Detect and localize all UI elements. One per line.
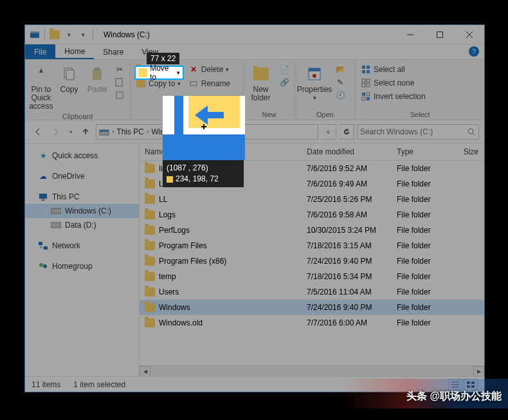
tree-drive-d[interactable]: Data (D:) xyxy=(25,218,139,232)
chevron-right-icon[interactable]: › xyxy=(111,128,115,135)
tab-home[interactable]: Home xyxy=(55,44,94,59)
table-row[interactable]: Logs7/6/2016 9:58 AMFile folder xyxy=(140,207,484,223)
file-name: Windows xyxy=(159,303,190,312)
search-input[interactable] xyxy=(360,127,467,136)
easy-access-button[interactable]: 🔗 xyxy=(278,77,291,88)
pin-quick-access-button[interactable]: Pin to Quick access xyxy=(29,64,53,111)
select-all-icon xyxy=(361,64,371,75)
file-type: File folder xyxy=(392,286,456,298)
close-button[interactable] xyxy=(455,25,484,44)
tree-network[interactable]: Network xyxy=(25,239,139,253)
address-bar: ▾ › This PC› Windows (C:)› v xyxy=(25,120,484,143)
open-button[interactable]: 📂 xyxy=(334,64,347,75)
move-to-highlight[interactable]: Move to ▾ xyxy=(134,66,184,80)
table-row[interactable]: LL7/25/2016 5:26 PMFile folder xyxy=(140,192,484,207)
pin-icon xyxy=(31,64,51,84)
search-box[interactable] xyxy=(357,124,479,140)
paste-icon xyxy=(87,64,107,84)
select-all-button[interactable]: Select all xyxy=(359,64,427,75)
table-row[interactable]: temp7/18/2016 5:34 PMFile folder xyxy=(140,269,484,284)
horizontal-scrollbar[interactable]: ◂ ▸ xyxy=(140,365,484,376)
cut-button[interactable]: ✂ xyxy=(113,64,126,75)
rename-button[interactable]: Rename xyxy=(187,78,231,89)
edit-button[interactable]: ✎ xyxy=(334,77,347,88)
svg-rect-11 xyxy=(116,92,123,98)
tree-drive-c[interactable]: Windows (C:) xyxy=(25,204,139,218)
tree-this-pc[interactable]: This PC xyxy=(25,190,139,204)
file-type: File folder xyxy=(392,193,456,206)
file-type: File folder xyxy=(392,270,456,283)
svg-rect-32 xyxy=(39,194,47,199)
edit-icon: ✎ xyxy=(335,77,345,87)
svg-rect-7 xyxy=(66,70,74,80)
magnifier-info: (1087 , 276) 234, 198, 72 xyxy=(163,160,244,187)
homegroup-icon xyxy=(38,261,48,271)
table-row[interactable]: PerfLogs10/30/2015 3:24 PMFile folder xyxy=(140,223,484,238)
file-name: Users xyxy=(159,288,179,297)
list-body[interactable]: Intel7/6/2016 9:52 AMFile folderLENOVO7/… xyxy=(140,161,484,365)
folder-icon xyxy=(49,29,60,41)
column-date[interactable]: Date modified xyxy=(302,143,392,160)
table-row[interactable]: Program Files (x86)7/24/2016 9:40 PMFile… xyxy=(140,253,484,269)
table-row[interactable]: Windows7/24/2016 9:40 PMFile folder xyxy=(140,300,484,315)
drive-icon xyxy=(99,127,109,137)
qat-dropdown-icon[interactable]: ▾ xyxy=(63,29,75,41)
file-type: File folder xyxy=(392,178,456,190)
magnifier-rgb: 234, 198, 72 xyxy=(176,174,219,183)
folder-icon xyxy=(145,210,155,219)
tab-share[interactable]: Share xyxy=(94,44,132,59)
file-date: 7/6/2016 9:49 AM xyxy=(302,178,392,190)
folder-icon xyxy=(145,303,155,312)
move-to-icon xyxy=(138,68,147,77)
select-none-button[interactable]: Select none xyxy=(359,77,427,89)
table-row[interactable]: Program Files7/18/2016 3:15 AMFile folde… xyxy=(140,238,484,253)
recent-button[interactable]: ▾ xyxy=(66,124,75,140)
history-button[interactable]: 🕘 xyxy=(334,89,347,101)
qat-expand-icon[interactable]: ▾ xyxy=(77,29,89,41)
status-selected: 1 item selected xyxy=(73,380,125,389)
table-row[interactable]: Windows.old7/7/2016 6:00 AMFile folder xyxy=(140,315,484,331)
file-menu[interactable]: File xyxy=(25,44,55,59)
invert-selection-icon xyxy=(361,91,371,102)
new-folder-button[interactable]: New folder xyxy=(248,64,274,102)
tree-quick-access[interactable]: ★Quick access xyxy=(25,149,139,163)
svg-rect-10 xyxy=(116,78,122,86)
table-row[interactable]: Users7/5/2016 11:04 AMFile folder xyxy=(140,284,484,300)
back-button[interactable] xyxy=(30,124,46,140)
select-none-icon xyxy=(361,78,371,88)
tree-onedrive[interactable]: ☁OneDrive xyxy=(25,169,139,183)
magnifier-coords: (1087 , 276) xyxy=(167,163,240,174)
invert-selection-button[interactable]: Invert selection xyxy=(359,91,427,102)
help-icon[interactable]: ? xyxy=(469,46,479,57)
scroll-left-icon[interactable]: ◂ xyxy=(140,366,150,377)
file-date: 7/5/2016 11:04 AM xyxy=(302,286,392,298)
cut-icon: ✂ xyxy=(114,64,125,75)
paste-shortcut-button[interactable] xyxy=(113,89,126,101)
maximize-button[interactable] xyxy=(425,25,455,44)
scroll-right-icon[interactable]: ▸ xyxy=(473,366,484,377)
forward-button[interactable] xyxy=(48,124,64,140)
file-date: 7/18/2016 3:15 AM xyxy=(302,239,392,252)
addr-dropdown-button[interactable]: v xyxy=(321,124,336,140)
breadcrumb-segment[interactable]: This PC› xyxy=(116,127,150,136)
properties-icon xyxy=(304,64,325,84)
minimize-button[interactable] xyxy=(395,25,425,44)
refresh-button[interactable] xyxy=(339,124,354,140)
paste-button[interactable]: Paste xyxy=(85,64,109,94)
properties-button[interactable]: Properties ▾ xyxy=(299,64,330,102)
tree-homegroup[interactable]: Homegroup xyxy=(25,259,139,273)
search-icon xyxy=(467,127,476,136)
history-icon: 🕘 xyxy=(335,90,345,100)
status-item-count: 11 items xyxy=(32,380,60,389)
column-type[interactable]: Type xyxy=(392,143,456,160)
copy-button[interactable]: Copy xyxy=(57,64,82,94)
copy-path-button[interactable] xyxy=(113,77,126,88)
new-item-button[interactable]: 📄 xyxy=(278,64,291,75)
svg-rect-26 xyxy=(367,93,370,96)
column-size[interactable]: Size xyxy=(456,143,484,160)
delete-button[interactable]: ✕Delete▾ xyxy=(187,64,231,75)
up-button[interactable] xyxy=(78,124,93,140)
file-name: Program Files (x86) xyxy=(159,257,226,266)
file-date: 7/25/2016 5:26 PM xyxy=(302,193,392,206)
svg-rect-12 xyxy=(190,82,197,86)
